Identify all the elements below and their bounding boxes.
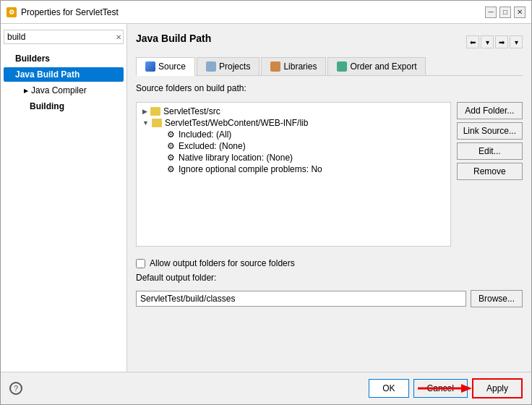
default-output-label: Default output folder: [136, 273, 523, 283]
svg-marker-1 [461, 384, 472, 393]
nav-forward-dropdown-button[interactable]: ▾ [510, 35, 523, 48]
libraries-tab-label: Libraries [283, 61, 317, 72]
java-compiler-row: ▶ Java Compiler [24, 85, 119, 95]
projects-tab-label: Projects [219, 61, 250, 72]
building-label: Building [30, 101, 64, 111]
source-tab-label: Source [158, 61, 186, 72]
source-tree[interactable]: ▶ ServletTest/src ▼ ServletTest/WebConte… [136, 102, 451, 247]
libraries-tab-icon [270, 61, 280, 72]
window-icon: ⚙ [7, 7, 17, 17]
apply-button[interactable]: Apply [472, 378, 523, 398]
search-input[interactable] [7, 32, 116, 42]
title-controls: ─ □ ✕ [485, 7, 525, 18]
source-tab-icon [145, 61, 155, 72]
panel-title: Java Build Path [136, 33, 211, 44]
footer-bar: ? OK Cancel Apply [1, 372, 531, 404]
output-folder-row: Browse... [136, 290, 523, 307]
maximize-button[interactable]: □ [499, 7, 511, 18]
allow-output-row: Allow output folders for source folders [136, 258, 523, 268]
search-clear-icon[interactable]: ✕ [116, 33, 121, 41]
tree-item-label: Included: (All) [179, 129, 231, 140]
link-source-button[interactable]: Link Source... [457, 122, 523, 140]
tabs-bar: Source Projects Libraries Order and Expo… [136, 57, 523, 76]
source-folders-label: Source folders on build path: [136, 83, 523, 93]
bottom-section: Allow output folders for source folders … [136, 258, 523, 307]
tree-item-label: ServletTest/src [163, 106, 220, 116]
nav-back-button[interactable]: ⬅ [466, 35, 479, 48]
builders-label: Builders [15, 54, 50, 64]
properties-window: ⚙ Properties for ServletTest ─ □ ✕ ✕ Bui… [0, 0, 532, 405]
tree-row[interactable]: ⚙ Ignore optional compile problems: No [140, 163, 447, 175]
tab-order-export[interactable]: Order and Export [327, 57, 426, 75]
remove-button[interactable]: Remove [457, 163, 523, 180]
sidebar: ✕ Builders Java Build Path ▶ Java Compil… [1, 24, 127, 372]
allow-output-label: Allow output folders for source folders [150, 258, 295, 268]
panel-header: Java Build Path ⬅ ▾ ➡ ▾ [136, 33, 523, 51]
right-panel: Java Build Path ⬅ ▾ ➡ ▾ Source Projects [127, 24, 531, 372]
nav-forward-button[interactable]: ➡ [495, 35, 508, 48]
output-folder-input[interactable] [136, 291, 466, 307]
order-export-tab-icon [337, 61, 347, 72]
tree-item-label: Ignore optional compile problems: No [179, 164, 322, 174]
search-box: ✕ [4, 30, 124, 44]
title-bar: ⚙ Properties for ServletTest ─ □ ✕ [1, 1, 531, 24]
tree-expand-arrow: ▼ [142, 119, 149, 127]
tree-expand-arrow: ▶ [142, 108, 147, 115]
sidebar-item-java-build-path[interactable]: Java Build Path [4, 67, 124, 82]
native-icon: ⚙ [166, 153, 176, 163]
java-compiler-label: Java Compiler [31, 85, 87, 95]
tree-and-actions: ▶ ServletTest/src ▼ ServletTest/WebConte… [136, 102, 523, 247]
title-bar-left: ⚙ Properties for ServletTest [7, 7, 119, 17]
footer-right: OK Cancel Apply [369, 378, 523, 398]
java-compiler-arrow: ▶ [24, 88, 28, 94]
help-icon[interactable]: ? [9, 382, 22, 395]
main-content: ✕ Builders Java Build Path ▶ Java Compil… [1, 24, 531, 372]
browse-button[interactable]: Browse... [471, 290, 523, 307]
tab-source[interactable]: Source [136, 57, 195, 76]
sidebar-item-builders[interactable]: Builders [4, 51, 124, 66]
tree-row[interactable]: ⚙ Included: (All) [140, 129, 447, 140]
window-title: Properties for ServletTest [21, 7, 119, 17]
tree-item-label: Excluded: (None) [179, 141, 246, 151]
sidebar-item-building[interactable]: Building [4, 99, 124, 114]
tree-item-label: ServletTest/WebContent/WEB-INF/lib [165, 118, 309, 128]
tree-row[interactable]: ⚙ Native library location: (None) [140, 152, 447, 163]
tab-projects[interactable]: Projects [197, 57, 259, 75]
tree-item-label: Native library location: (None) [179, 153, 293, 163]
allow-output-checkbox[interactable] [136, 259, 145, 268]
java-build-path-label: Java Build Path [15, 69, 80, 80]
footer-left: ? [9, 382, 22, 395]
excluded-icon: ⚙ [166, 141, 176, 151]
nav-arrows: ⬅ ▾ ➡ ▾ [466, 35, 523, 48]
apply-wrapper: Apply [472, 378, 523, 398]
minimize-button[interactable]: ─ [485, 7, 497, 18]
actions-column: Add Folder... Link Source... Edit... Rem… [457, 102, 523, 247]
projects-tab-icon [206, 61, 216, 72]
content-area: Source folders on build path: ▶ ServletT… [136, 83, 523, 363]
apply-arrow-indicator [414, 378, 472, 399]
edit-button[interactable]: Edit... [457, 142, 523, 160]
folder-icon [152, 119, 162, 127]
folder-icon [150, 107, 160, 116]
included-icon: ⚙ [166, 129, 176, 140]
close-button[interactable]: ✕ [514, 7, 525, 18]
sidebar-item-java-compiler[interactable]: ▶ Java Compiler [4, 83, 124, 98]
order-export-tab-label: Order and Export [350, 61, 416, 72]
nav-dropdown-button[interactable]: ▾ [481, 35, 494, 48]
ok-button[interactable]: OK [369, 379, 408, 398]
add-folder-button[interactable]: Add Folder... [457, 102, 523, 119]
tree-row[interactable]: ▼ ServletTest/WebContent/WEB-INF/lib [140, 117, 447, 129]
tree-row[interactable]: ▶ ServletTest/src [140, 106, 447, 117]
tree-row[interactable]: ⚙ Excluded: (None) [140, 140, 447, 152]
tab-libraries[interactable]: Libraries [261, 57, 326, 75]
ignore-icon: ⚙ [166, 164, 176, 174]
